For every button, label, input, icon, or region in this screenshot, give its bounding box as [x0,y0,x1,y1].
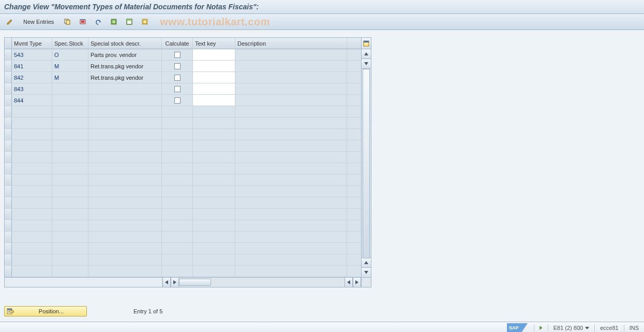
row-selector[interactable] [5,186,12,197]
scroll-line-down-button[interactable] [362,59,371,69]
cell-calculate[interactable] [162,95,193,106]
cell-mvmt-type[interactable] [12,140,52,151]
select-block-button[interactable] [123,16,136,27]
cell-spec-stock[interactable] [52,152,88,163]
select-all-button[interactable] [107,16,121,27]
cell-calculate[interactable] [162,49,193,60]
row-selector[interactable] [5,152,12,163]
hscroll-left-button[interactable] [162,278,171,287]
copy-as-button[interactable] [61,16,74,27]
cell-mvmt-type[interactable]: 844 [12,95,52,106]
undo-change-button[interactable] [92,16,105,27]
status-session[interactable]: E81 (2) 800 [551,325,591,331]
table-settings-button[interactable] [362,38,371,49]
scroll-down-button[interactable] [362,267,371,277]
cell-text-key[interactable] [193,72,235,83]
hscroll-right-button[interactable] [353,278,361,287]
row-selector[interactable] [5,254,12,265]
cell-calculate[interactable] [162,72,193,83]
status-nav-button[interactable] [537,326,545,330]
cell-spec-stock[interactable] [52,197,88,208]
cell-mvmt-type[interactable] [12,163,52,174]
row-selector[interactable] [5,72,12,83]
deselect-all-button[interactable] [138,16,152,27]
col-header-mvmt-type[interactable]: Mvmt Type [12,38,52,49]
cell-mvmt-type[interactable] [12,232,52,242]
cell-spec-stock[interactable] [52,186,88,197]
cell-mvmt-type[interactable] [12,254,52,265]
row-selector[interactable] [5,118,12,128]
row-selector[interactable] [5,175,12,185]
cell-text-key[interactable] [193,95,235,106]
cell-spec-stock[interactable]: M [52,72,88,83]
cell-spec-stock[interactable] [52,209,88,220]
calculate-checkbox[interactable] [174,97,181,104]
cell-spec-stock[interactable] [52,243,88,254]
cell-mvmt-type[interactable] [12,209,52,220]
calculate-checkbox[interactable] [174,75,181,81]
row-selector[interactable] [5,83,12,94]
hscroll-thumb[interactable] [179,279,211,286]
row-selector[interactable] [5,129,12,140]
row-selector-header[interactable] [5,38,12,49]
scroll-up-button[interactable] [362,49,371,59]
status-insert-mode[interactable]: INS [627,325,641,331]
cell-spec-stock[interactable] [52,140,88,151]
cell-mvmt-type[interactable] [12,152,52,163]
delete-button[interactable] [76,16,89,27]
col-header-spec-descr[interactable]: Special stock descr. [88,38,162,49]
cell-mvmt-type[interactable] [12,243,52,254]
cell-mvmt-type[interactable] [12,129,52,140]
scroll-line-up-button[interactable] [362,257,371,267]
text-key-input[interactable] [195,84,233,93]
row-selector[interactable] [5,95,12,106]
row-selector[interactable] [5,266,12,277]
vertical-scrollbar[interactable] [361,38,371,277]
cell-spec-stock[interactable] [52,129,88,140]
cell-spec-stock[interactable] [52,163,88,174]
vscroll-thumb[interactable] [363,69,370,258]
text-key-input[interactable] [195,73,233,82]
calculate-checkbox[interactable] [174,86,181,92]
new-entries-button[interactable]: New Entries [19,16,58,27]
position-button[interactable]: Position... [4,306,87,316]
cell-spec-stock[interactable] [52,95,88,106]
vscroll-track[interactable] [362,69,371,257]
horizontal-scrollbar[interactable] [5,277,371,287]
cell-mvmt-type[interactable]: 841 [12,61,52,71]
cell-mvmt-type[interactable] [12,197,52,208]
cell-mvmt-type[interactable] [12,220,52,231]
cell-text-key[interactable] [193,61,235,71]
toggle-display-change-button[interactable] [3,16,17,27]
cell-spec-stock[interactable]: M [52,61,88,71]
hscroll-track[interactable] [179,278,345,287]
hscroll-line-left-button[interactable] [345,278,353,287]
cell-spec-stock[interactable] [52,220,88,231]
cell-mvmt-type[interactable] [12,175,52,185]
cell-spec-stock[interactable] [52,118,88,128]
row-selector[interactable] [5,163,12,174]
col-header-description[interactable]: Description [235,38,347,49]
text-key-input[interactable] [195,50,233,59]
cell-mvmt-type[interactable]: 842 [12,72,52,83]
cell-text-key[interactable] [193,83,235,94]
cell-spec-stock[interactable] [52,232,88,242]
cell-calculate[interactable] [162,83,193,94]
cell-spec-stock[interactable]: O [52,49,88,60]
cell-spec-stock[interactable] [52,106,88,117]
cell-mvmt-type[interactable]: 843 [12,83,52,94]
row-selector[interactable] [5,106,12,117]
cell-text-key[interactable] [193,49,235,60]
cell-mvmt-type[interactable] [12,266,52,277]
row-selector[interactable] [5,61,12,71]
cell-calculate[interactable] [162,61,193,71]
cell-spec-stock[interactable] [52,83,88,94]
row-selector[interactable] [5,140,12,151]
col-header-text-key[interactable]: Text key [193,38,235,49]
cell-spec-stock[interactable] [52,254,88,265]
cell-mvmt-type[interactable] [12,186,52,197]
text-key-input[interactable] [195,96,233,105]
text-key-input[interactable] [195,62,233,70]
cell-spec-stock[interactable] [52,175,88,185]
hscroll-line-right-button[interactable] [171,278,179,287]
